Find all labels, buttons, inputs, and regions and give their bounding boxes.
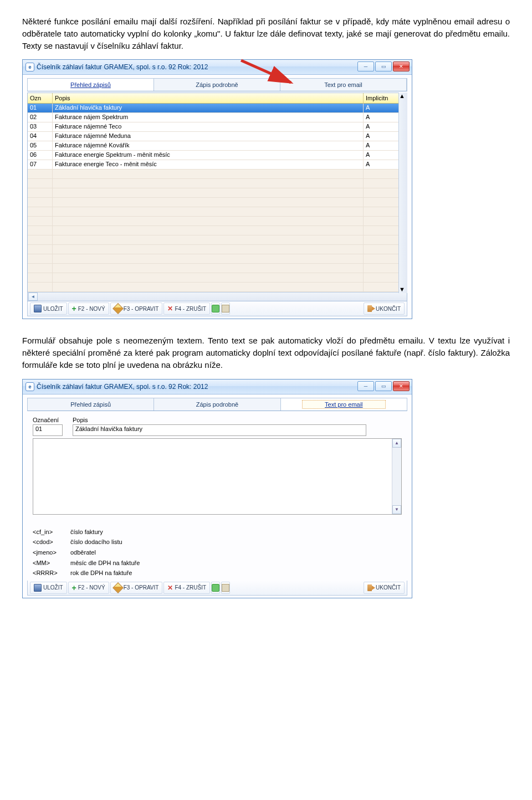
col-header-popis[interactable]: Popis bbox=[53, 93, 364, 103]
paragraph-1: Některé funkce posílání emailu mají dalš… bbox=[22, 16, 510, 52]
plus-icon: + bbox=[72, 585, 76, 591]
col-header-ozn[interactable]: Ozn bbox=[28, 93, 53, 103]
tab-zapis[interactable]: Zápis podrobně bbox=[154, 79, 280, 91]
minimize-button[interactable]: ─ bbox=[357, 61, 374, 71]
bottom-toolbar: ULOŽIT +F2 - NOVÝ F3 - OPRAVIT ✕F4 - ZRU… bbox=[27, 581, 407, 596]
table-row[interactable]: 03Fakturace nájemné TecoA bbox=[28, 122, 407, 132]
table-row bbox=[28, 226, 407, 235]
end-button[interactable]: UKONČIT bbox=[364, 302, 405, 315]
tab-text-email[interactable]: Text pro email bbox=[281, 398, 407, 411]
table-row[interactable]: 01Základní hlavička fakturyA bbox=[28, 104, 407, 113]
save-icon bbox=[34, 305, 42, 312]
refresh-icon bbox=[212, 584, 219, 592]
input-popis[interactable]: Základní hlavička faktury bbox=[73, 424, 366, 436]
minimize-button[interactable]: ─ bbox=[357, 381, 374, 391]
window-titlebar-2: e Číselník záhlaví faktur GRAMEX, spol. … bbox=[23, 380, 412, 394]
table-row[interactable]: 06Fakturace energie Spektrum - měnit měs… bbox=[28, 151, 407, 160]
legend-row: <cf_in>číslo faktury bbox=[33, 527, 402, 537]
textarea-scrollbar[interactable]: ▲ ▼ bbox=[392, 439, 401, 514]
table-row bbox=[28, 198, 407, 207]
tab-text-email[interactable]: Text pro email bbox=[280, 79, 407, 91]
maximize-button[interactable]: ▭ bbox=[375, 381, 392, 391]
table-row bbox=[28, 273, 407, 283]
tab-prehled[interactable]: Přehled zápisů bbox=[28, 79, 154, 91]
scroll-left-icon[interactable]: ◄ bbox=[28, 293, 38, 301]
plus-icon: + bbox=[72, 306, 76, 311]
refresh-icon bbox=[212, 305, 219, 312]
scroll-up-icon[interactable]: ▲ bbox=[392, 439, 401, 448]
scroll-up-icon[interactable]: ▲ bbox=[399, 93, 406, 100]
end-button[interactable]: UKONČIT bbox=[364, 582, 405, 594]
save-button[interactable]: ULOŽIT bbox=[30, 582, 67, 594]
window-title: Číselník záhlaví faktur GRAMEX, spol. s … bbox=[37, 63, 208, 71]
delete-button[interactable]: ✕F4 - ZRUŠIT bbox=[163, 582, 210, 594]
table-row bbox=[28, 235, 407, 245]
grid-header: Ozn Popis Implicitn bbox=[28, 93, 407, 104]
delete-button[interactable]: ✕F4 - ZRUŠIT bbox=[163, 302, 210, 315]
misc-button-2[interactable] bbox=[221, 582, 230, 594]
grid: Ozn Popis Implicitn 01Základní hlavička … bbox=[27, 93, 407, 301]
app-icon: e bbox=[25, 63, 34, 71]
email-text-area[interactable]: ▲ ▼ bbox=[33, 438, 402, 515]
table-row bbox=[28, 254, 407, 264]
label-popis: Popis bbox=[73, 417, 402, 423]
misc-button-1[interactable] bbox=[211, 302, 220, 315]
window-titlebar: e Číselník záhlaví faktur GRAMEX, spol. … bbox=[23, 60, 412, 75]
save-button[interactable]: ULOŽIT bbox=[30, 302, 67, 315]
bottom-toolbar: ULOŽIT +F2 - NOVÝ F3 - OPRAVIT ✕F4 - ZRU… bbox=[27, 301, 407, 316]
vertical-scrollbar[interactable]: ▲ ▼ bbox=[398, 93, 407, 293]
window-list-view: e Číselník záhlaví faktur GRAMEX, spol. … bbox=[22, 59, 412, 319]
tab-bar: Přehled zápisů Zápis podrobně Text pro e… bbox=[27, 78, 407, 91]
table-row bbox=[28, 283, 407, 292]
tab-zapis[interactable]: Zápis podrobně bbox=[154, 398, 280, 411]
table-row bbox=[28, 245, 407, 254]
delete-icon: ✕ bbox=[167, 584, 173, 592]
edit-button[interactable]: F3 - OPRAVIT bbox=[110, 302, 163, 315]
table-row[interactable]: 05Fakturace nájemné KováříkA bbox=[28, 141, 407, 151]
card-icon bbox=[222, 584, 229, 592]
maximize-button[interactable]: ▭ bbox=[375, 61, 392, 71]
save-icon bbox=[34, 584, 42, 592]
card-icon bbox=[222, 305, 229, 312]
tab-bar: Přehled zápisů Zápis podrobně Text pro e… bbox=[27, 398, 407, 411]
close-button[interactable]: ✕ bbox=[393, 381, 410, 391]
table-row[interactable]: 07Fakturace energie Teco - měnit měsícA bbox=[28, 160, 407, 170]
pencil-icon bbox=[112, 303, 124, 314]
window-form-view: e Číselník záhlaví faktur GRAMEX, spol. … bbox=[22, 379, 412, 598]
exit-icon bbox=[367, 584, 374, 591]
table-row bbox=[28, 207, 407, 217]
window-title: Číselník záhlaví faktur GRAMEX, spol. s … bbox=[37, 383, 208, 391]
new-button[interactable]: +F2 - NOVÝ bbox=[68, 302, 109, 315]
close-button[interactable]: ✕ bbox=[393, 61, 410, 71]
misc-button-1[interactable] bbox=[211, 582, 220, 594]
legend-row: <RRRR>rok dle DPH na faktuře bbox=[33, 568, 402, 578]
legend-row: <jmeno>odběratel bbox=[33, 547, 402, 558]
delete-icon: ✕ bbox=[167, 305, 173, 312]
scroll-down-icon[interactable]: ▼ bbox=[392, 505, 401, 514]
legend-row: <MM>měsíc dle DPH na faktuře bbox=[33, 558, 402, 568]
tab-prehled[interactable]: Přehled zápisů bbox=[28, 398, 154, 411]
app-icon: e bbox=[25, 382, 34, 391]
misc-button-2[interactable] bbox=[221, 302, 230, 315]
paragraph-2: Formulář obsahuje pole s neomezeným text… bbox=[22, 335, 510, 371]
horizontal-scrollbar[interactable]: ◄ bbox=[28, 292, 407, 301]
table-row[interactable]: 02Fakturace nájem SpektrumA bbox=[28, 113, 407, 122]
input-oznaceni[interactable]: 01 bbox=[33, 424, 63, 436]
new-button[interactable]: +F2 - NOVÝ bbox=[68, 582, 109, 594]
legend-row: <cdod>číslo dodacího listu bbox=[33, 537, 402, 547]
table-row bbox=[28, 188, 407, 198]
label-oznaceni: Označení bbox=[33, 417, 63, 423]
table-row bbox=[28, 264, 407, 273]
table-row bbox=[28, 179, 407, 188]
table-row bbox=[28, 170, 407, 179]
exit-icon bbox=[367, 305, 374, 312]
table-row bbox=[28, 217, 407, 226]
scroll-down-icon[interactable]: ▼ bbox=[399, 286, 406, 293]
variable-legend: <cf_in>číslo faktury<cdod>číslo dodacího… bbox=[33, 527, 402, 578]
table-row[interactable]: 04Fakturace nájemné MedunaA bbox=[28, 132, 407, 141]
pencil-icon bbox=[112, 582, 124, 593]
edit-button[interactable]: F3 - OPRAVIT bbox=[110, 582, 163, 594]
